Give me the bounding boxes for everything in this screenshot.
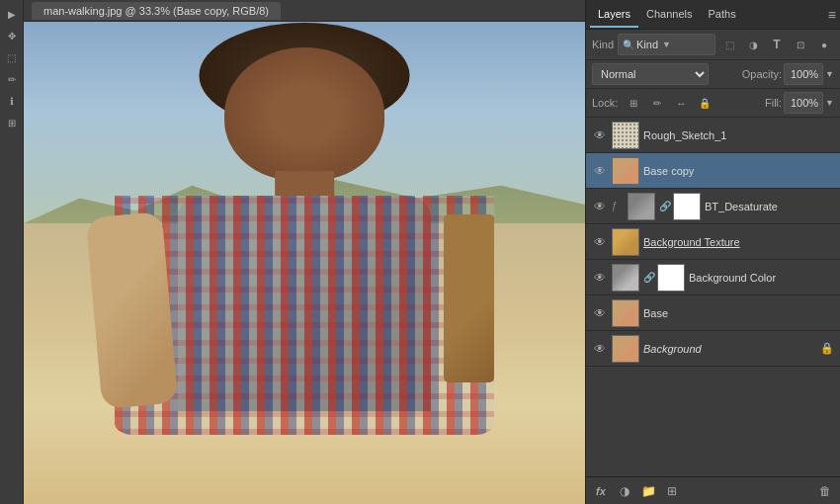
layer-visibility-rough-sketch[interactable]: 👁 [592,127,608,143]
panel-menu-icon[interactable]: ≡ [828,7,836,23]
new-layer-button[interactable]: ⊞ [663,482,681,500]
layer-item-bt-desaturate[interactable]: 👁 ƒ 🔗 BT_Desaturate [586,189,840,224]
tool-crop[interactable]: ⬚ [2,47,22,67]
layer-thumb-background-texture [612,228,639,256]
panel-bottom-toolbar: fx ◑ 📁 ⊞ 🗑 [586,476,840,504]
layer-thumb-rough-sketch [612,122,639,149]
blend-mode-select[interactable]: Normal [592,63,709,85]
panel-tab-bar: Layers Channels Paths ≡ [586,0,840,30]
opacity-arrow[interactable]: ▼ [825,69,834,79]
backpack [444,214,494,382]
tool-info[interactable]: ℹ [2,91,22,111]
canvas-tab-bar: man-walking.jpg @ 33.3% (Base copy, RGB/… [24,0,585,22]
layer-visibility-bt-desaturate[interactable]: 👁 [592,199,608,214]
layer-thumb-bt-desaturate [628,193,655,220]
layer-visibility-background-color[interactable]: 👁 [592,270,608,286]
lock-transparent-icon[interactable]: ⊞ [624,93,643,113]
layer-link-icon-bt: ƒ [612,201,624,211]
layer-item-base[interactable]: 👁 Base [586,295,840,331]
kind-row: Kind 🔍 Kind ▼ ⬚ ◑ T ⊡ ● [586,30,840,60]
fill-input[interactable] [784,92,823,114]
layers-panel: Layers Channels Paths ≡ Kind 🔍 Kind ▼ ⬚ … [585,0,840,504]
new-group-button[interactable]: 📁 [639,482,657,500]
fill-group: Fill: ▼ [765,92,834,114]
layer-visibility-background[interactable]: 👁 [592,341,608,357]
layer-mask-background-color [657,264,685,292]
kind-dropdown-arrow: ▼ [662,40,671,49]
layer-chain-color: 🔗 [643,272,653,283]
layer-item-background-texture[interactable]: 👁 Background Texture [586,224,840,260]
canvas-area: man-walking.jpg @ 33.3% (Base copy, RGB/… [24,0,585,504]
lock-label: Lock: [592,97,618,109]
layer-name-background-texture: Background Texture [643,236,834,248]
fx-button[interactable]: fx [592,482,610,500]
tab-paths[interactable]: Paths [701,2,744,28]
lock-all-icon[interactable]: 🔒 [695,93,714,113]
layer-visibility-base[interactable]: 👁 [592,305,608,321]
tool-move[interactable]: ▶ [2,4,22,24]
opacity-group: Opacity: ▼ [742,63,834,85]
fill-label: Fill: [765,97,782,109]
tab-layers[interactable]: Layers [590,2,638,28]
layer-name-rough-sketch: Rough_Sketch_1 [643,129,834,141]
layer-thumb-background-color [612,264,639,292]
tab-channels[interactable]: Channels [638,2,700,28]
layer-name-background-color: Background Color [689,272,834,284]
kind-shape-icon[interactable]: ⊡ [791,35,810,54]
kind-dropdown-label: Kind [636,39,658,50]
tool-brush[interactable]: ✏ [2,69,22,89]
kind-search-box[interactable]: 🔍 Kind ▼ [618,34,715,55]
person-shape [94,47,515,505]
kind-text-icon[interactable]: T [767,35,787,54]
layer-name-bt-desaturate: BT_Desaturate [705,201,834,212]
layer-item-rough-sketch[interactable]: 👁 Rough_Sketch_1 [586,118,840,153]
kind-smart-icon[interactable]: ● [814,35,834,54]
layer-thumb-background [612,335,639,363]
lock-move-icon[interactable]: ↔ [671,93,691,113]
blend-opacity-row: Normal Opacity: ▼ [586,60,840,89]
layer-mask-bt-desaturate [673,193,701,220]
canvas-tab[interactable]: man-walking.jpg @ 33.3% (Base copy, RGB/… [32,2,281,20]
layer-name-base-copy: Base copy [643,165,834,177]
lock-paint-icon[interactable]: ✏ [647,93,667,113]
layer-thumb-base-copy [612,157,639,185]
layer-visibility-background-texture[interactable]: 👁 [592,234,608,250]
photo-canvas [24,22,585,504]
vertical-toolbar: ▶ ✥ ⬚ ✏ ℹ ⊞ [0,0,24,504]
kind-pixel-icon[interactable]: ⬚ [719,35,739,54]
layer-item-background-color[interactable]: 👁 🔗 Background Color [586,260,840,295]
layer-item-background[interactable]: 👁 Background 🔒 [586,331,840,367]
layer-chain-bt: 🔗 [659,201,669,211]
fill-arrow[interactable]: ▼ [825,98,834,108]
layer-name-base: Base [643,307,834,319]
layer-thumb-base [612,299,639,327]
tool-select[interactable]: ✥ [2,26,22,45]
layer-lock-icon: 🔒 [820,342,834,355]
overshirt [115,196,493,435]
layer-item-base-copy[interactable]: 👁 Base copy [586,153,840,189]
layer-visibility-base-copy[interactable]: 👁 [592,163,608,179]
layer-name-background: Background [643,343,816,355]
delete-layer-button[interactable]: 🗑 [816,482,834,500]
head [224,47,384,182]
layers-list: 👁 Rough_Sketch_1 👁 Base copy 👁 ƒ 🔗 [586,118,840,476]
tool-grid[interactable]: ⊞ [2,113,22,132]
adjustment-button[interactable]: ◑ [616,482,633,500]
search-icon: 🔍 [623,40,634,50]
kind-adjust-icon[interactable]: ◑ [743,35,763,54]
opacity-input[interactable] [784,63,823,85]
lock-fill-row: Lock: ⊞ ✏ ↔ 🔒 Fill: ▼ [586,89,840,118]
opacity-label: Opacity: [742,68,782,80]
kind-label: Kind [592,39,614,50]
